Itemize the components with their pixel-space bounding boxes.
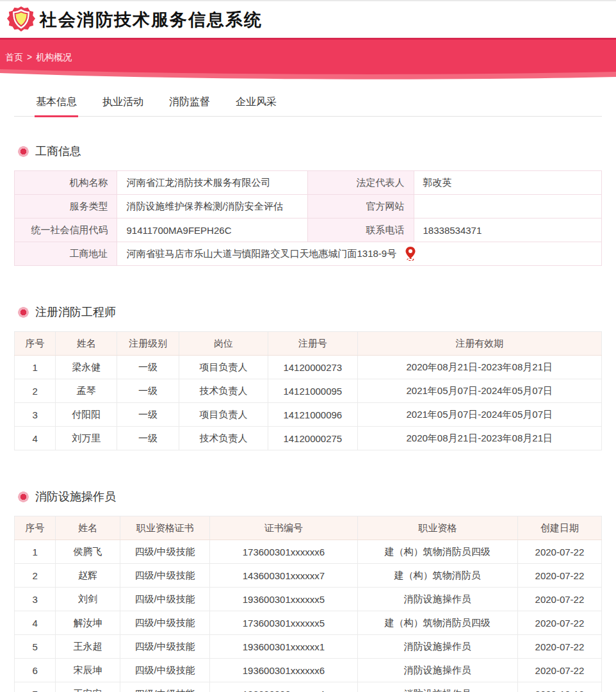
- table-cell: 一级: [117, 427, 179, 450]
- table-cell: 宋辰坤: [56, 659, 120, 682]
- table-cell: 项目负责人: [179, 403, 268, 427]
- section-title-text: 工商信息: [35, 144, 81, 159]
- table-cell: 14121000095: [268, 379, 357, 403]
- table-cell: 一级: [117, 379, 179, 403]
- table-row: 统一社会信用代码 91411700MA9FEPH26C 联系电话 1833853…: [15, 218, 602, 242]
- table-cell: 4: [15, 611, 56, 635]
- table-cell: 侯腾飞: [56, 540, 120, 564]
- red-dot-bullet-icon: [18, 146, 29, 157]
- table-cell: 四级/中级技能: [120, 659, 210, 682]
- table-cell: 2020年08月21日-2023年08月21日: [357, 356, 602, 379]
- column-header: 职业资格证书: [120, 516, 210, 540]
- table-cell: 消防设施操作员: [357, 682, 517, 692]
- field-label: 官方网站: [308, 195, 414, 218]
- table-row: 7王安安四级/中级技能193600000xxxxxx4消防设施操作员2020-1…: [15, 682, 602, 692]
- table-cell: 王永超: [56, 635, 120, 659]
- table-cell: 孟琴: [56, 379, 117, 403]
- site-title: 社会消防技术服务信息系统: [40, 8, 263, 31]
- address-cell: 河南省驻马店市乐山大道与慎阳路交叉口天地惠城门面1318-9号: [117, 242, 602, 266]
- table-row: 机构名称 河南省江龙消防技术服务有限公司 法定代表人 郭改英: [15, 171, 602, 195]
- table-cell: 刘剑: [56, 588, 120, 611]
- engineers-table: 序号姓名注册级别岗位注册号注册有效期 1梁永健一级项目负责人1412000027…: [14, 331, 602, 450]
- table-cell: 193600301xxxxxx6: [210, 659, 357, 682]
- table-cell: 四级/中级技能: [120, 564, 210, 588]
- red-dot-bullet-icon: [18, 307, 29, 318]
- column-header: 创建日期: [517, 516, 601, 540]
- main-content: 基本信息 执业活动 消防监督 企业风采 工商信息 机构名称 河南省江龙消防技术服…: [0, 92, 616, 692]
- breadcrumb-separator: >: [27, 52, 32, 62]
- table-cell: 2020-07-22: [517, 540, 601, 564]
- table-cell: 付阳阳: [56, 403, 117, 427]
- table-cell: 14120000275: [268, 427, 357, 450]
- table-cell: 王安安: [56, 682, 120, 692]
- table-cell: 14121000096: [268, 403, 357, 427]
- website-value: [414, 195, 601, 218]
- table-cell: 项目负责人: [179, 356, 268, 379]
- table-cell: 赵辉: [56, 564, 120, 588]
- table-header-row: 序号姓名注册级别岗位注册号注册有效期: [15, 332, 602, 356]
- table-cell: 消防设施操作员: [357, 588, 517, 611]
- tab-practice-activity[interactable]: 执业活动: [101, 92, 145, 116]
- table-row: 工商地址 河南省驻马店市乐山大道与慎阳路交叉口天地惠城门面1318-9号: [15, 242, 602, 266]
- shield-logo-icon: [6, 5, 36, 35]
- breadcrumb: 首页>机构概况: [5, 52, 72, 63]
- table-cell: 143600301xxxxxx7: [210, 564, 357, 588]
- column-header: 序号: [15, 516, 56, 540]
- tab-bar: 基本信息 执业活动 消防监督 企业风采: [14, 92, 602, 117]
- table-cell: 6: [15, 659, 56, 682]
- column-header: 姓名: [56, 516, 120, 540]
- table-row: 4解汝坤四级/中级技能173600301xxxxxx5建（构）筑物消防员四级20…: [15, 611, 602, 635]
- table-cell: 一级: [117, 403, 179, 427]
- table-cell: 173600301xxxxxx5: [210, 611, 357, 635]
- table-cell: 2: [15, 379, 56, 403]
- table-cell: 2021年05月07日-2024年05月07日: [357, 379, 602, 403]
- address-value: 河南省驻马店市乐山大道与慎阳路交叉口天地惠城门面1318-9号: [126, 248, 396, 260]
- column-header: 岗位: [179, 332, 268, 356]
- column-header: 序号: [15, 332, 56, 356]
- site-header: 社会消防技术服务信息系统: [0, 1, 616, 38]
- banner-wave-decoration: [0, 69, 616, 81]
- table-cell: 四级/中级技能: [120, 635, 210, 659]
- table-cell: 3: [15, 588, 56, 611]
- service-type-value: 消防设施维护保养检测/消防安全评估: [117, 195, 308, 218]
- table-cell: 四级/中级技能: [120, 611, 210, 635]
- table-cell: 193600000xxxxxx4: [210, 682, 357, 692]
- table-cell: 2020-07-22: [517, 564, 601, 588]
- tab-company-gallery[interactable]: 企业风采: [234, 92, 278, 116]
- table-cell: 2020-07-22: [517, 611, 601, 635]
- table-cell: 7: [15, 682, 56, 692]
- field-label: 机构名称: [15, 171, 117, 195]
- location-pin-icon[interactable]: [405, 247, 416, 261]
- table-cell: 刘万里: [56, 427, 117, 450]
- table-cell: 1: [15, 356, 56, 379]
- table-cell: 3: [15, 403, 56, 427]
- table-cell: 一级: [117, 356, 179, 379]
- tab-fire-supervision[interactable]: 消防监督: [168, 92, 211, 116]
- table-cell: 14120000273: [268, 356, 357, 379]
- table-cell: 2020-07-22: [517, 635, 601, 659]
- table-cell: 四级/中级技能: [120, 540, 210, 564]
- table-cell: 2021年05月07日-2024年05月07日: [357, 403, 602, 427]
- column-header: 注册级别: [117, 332, 179, 356]
- column-header: 注册有效期: [357, 332, 602, 356]
- field-label: 联系电话: [308, 218, 414, 242]
- breadcrumb-home-link[interactable]: 首页: [5, 52, 23, 62]
- table-cell: 建（构）筑物消防员: [357, 564, 517, 588]
- table-cell: 193600301xxxxxx5: [210, 588, 357, 611]
- business-info-table: 机构名称 河南省江龙消防技术服务有限公司 法定代表人 郭改英 服务类型 消防设施…: [14, 170, 602, 266]
- phone-value: 18338534371: [414, 218, 601, 242]
- section-title-engineers: 注册消防工程师: [18, 304, 602, 320]
- table-cell: 技术负责人: [179, 427, 268, 450]
- table-header-row: 序号姓名职业资格证书证书编号职业资格创建日期: [15, 516, 602, 540]
- table-cell: 1: [15, 540, 56, 564]
- column-header: 注册号: [268, 332, 357, 356]
- table-row: 2赵辉四级/中级技能143600301xxxxxx7建（构）筑物消防员2020-…: [15, 564, 602, 588]
- section-title-text: 注册消防工程师: [35, 304, 116, 320]
- breadcrumb-banner: 首页>机构概况: [0, 38, 616, 69]
- table-row: 服务类型 消防设施维护保养检测/消防安全评估 官方网站: [15, 195, 602, 218]
- table-cell: 建（构）筑物消防员四级: [357, 611, 517, 635]
- tab-basic-info[interactable]: 基本信息: [35, 92, 78, 117]
- table-row: 4刘万里一级技术负责人141200002752020年08月21日-2023年0…: [15, 427, 602, 450]
- column-header: 证书编号: [210, 516, 357, 540]
- table-cell: 193600301xxxxxx1: [210, 635, 357, 659]
